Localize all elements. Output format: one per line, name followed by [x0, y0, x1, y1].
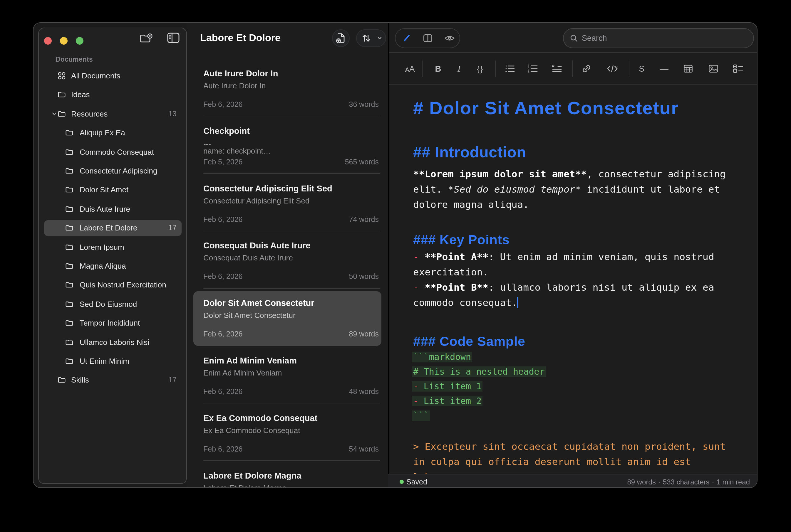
search-field[interactable]: Search [563, 28, 754, 48]
editor-line-h3: ### Code Sample [413, 336, 526, 349]
word-count: 89 words [627, 478, 656, 486]
saved-label: Saved [406, 478, 427, 486]
zoom-button[interactable] [75, 37, 83, 44]
item-count: 13 [168, 110, 177, 118]
note-date: Feb 5, 2026 [203, 158, 242, 166]
note-date: Feb 6, 2026 [203, 215, 242, 224]
sidebar-item-label: All Documents [71, 71, 121, 80]
note-title: Consequat Duis Aute Irure [203, 241, 311, 250]
sidebar-item-quis-nostrud-exercitation[interactable]: Quis Nostrud Exercitation [44, 277, 181, 293]
folder-icon [65, 205, 73, 213]
note-title: Dolor Sit Amet Consectetur [203, 298, 314, 308]
note-word-count: 48 words [349, 387, 379, 396]
note-preview: Dolor Sit Amet Consectetur [203, 311, 296, 320]
sidebar-item-resources[interactable]: Resources13 [44, 106, 181, 122]
editor-line-quote: laborum. [413, 472, 460, 474]
minimize-button[interactable] [60, 37, 67, 44]
new-document-icon [335, 32, 346, 44]
format-strikethrough-icon[interactable]: S [639, 63, 644, 74]
sidebar-item-label: Ut Enim Minim [80, 357, 129, 365]
sidebar-item-aliquip-ex-ea[interactable]: Aliquip Ex Ea [44, 125, 181, 140]
sidebar-item-labore-et-dolore[interactable]: Labore Et Dolore17 [44, 220, 181, 236]
note-preview: name: checkpoint… [203, 147, 271, 155]
document-stats: 89 words·533 characters·1 min read [627, 478, 750, 486]
sidebar-item-all-documents[interactable]: All Documents [44, 68, 181, 84]
format-image-icon[interactable] [709, 64, 718, 73]
sidebar-item-label: Magna Aliqua [80, 262, 126, 270]
sidebar-item-ullamco-laboris-nisi[interactable]: Ullamco Laboris Nisi [44, 334, 181, 350]
sidebar-item-consectetur-adipiscing[interactable]: Consectetur Adipiscing [44, 163, 181, 179]
sidebar-item-label: Sed Do Eiusmod [80, 300, 137, 308]
note-preview: Consequat Duis Aute Irure [203, 254, 293, 263]
editor-line-body: exercitation. [413, 266, 489, 278]
chevron-down-icon[interactable] [51, 111, 57, 117]
format-braces-icon[interactable]: {} [477, 63, 483, 74]
note-word-count: 36 words [349, 100, 379, 108]
note-list-title: Labore Et Dolore [200, 32, 281, 44]
text-cursor [517, 297, 518, 308]
note-word-count: 54 words [349, 445, 379, 453]
format-table-icon[interactable] [683, 64, 693, 73]
item-divider [203, 116, 380, 116]
item-divider [203, 231, 380, 231]
note-date: Feb 6, 2026 [203, 445, 242, 453]
editor-line-body: **Lorem ipsum dolor sit amet**, consecte… [413, 169, 726, 180]
grid-icon [57, 71, 66, 80]
new-document-button[interactable] [332, 30, 349, 47]
format-link-icon[interactable] [582, 64, 591, 74]
toolbar-separator [422, 60, 422, 77]
format-bullet-list-icon[interactable] [504, 64, 515, 73]
editor-content[interactable]: # Dolor Sit Amet Consectetur## Introduct… [388, 84, 757, 474]
sidebar-item-magna-aliqua[interactable]: Magna Aliqua [44, 258, 181, 274]
item-divider [203, 403, 380, 403]
sidebar-item-dolor-sit-amet[interactable]: Dolor Sit Amet [44, 182, 181, 198]
search-placeholder: Search [582, 34, 607, 42]
note-date: Feb 6, 2026 [203, 100, 242, 108]
format-toolbar: AABI{}123“S— [389, 53, 757, 84]
sort-button[interactable] [356, 30, 386, 47]
toggle-sidebar-icon[interactable] [167, 32, 181, 45]
sidebar-item-ideas[interactable]: Ideas [44, 87, 181, 103]
sidebar-item-ut-enim-minim[interactable]: Ut Enim Minim [44, 353, 181, 369]
folder-icon [57, 376, 66, 385]
format-blockquote-icon[interactable]: “ [552, 64, 562, 73]
split-mode-icon[interactable] [423, 34, 433, 42]
item-divider [203, 460, 380, 461]
editor-line-code: ``` [413, 410, 430, 422]
sidebar-item-label: Duis Aute Irure [80, 205, 130, 213]
editor-line-code: - List item 2 [413, 395, 483, 407]
sidebar-item-label: Commodo Consequat [80, 147, 154, 156]
edit-mode-icon[interactable] [402, 34, 411, 43]
format-text-size-icon[interactable]: AA [405, 63, 415, 74]
sort-icon [362, 34, 371, 43]
toolbar-separator [495, 60, 496, 77]
format-horizontal-rule-icon[interactable]: — [660, 63, 668, 74]
folder-icon [65, 281, 73, 289]
sidebar-item-commodo-consequat[interactable]: Commodo Consequat [44, 144, 181, 160]
sidebar-item-duis-aute-irure[interactable]: Duis Aute Irure [44, 201, 181, 217]
new-folder-icon[interactable] [139, 32, 153, 45]
sidebar-item-skills[interactable]: Skills17 [44, 372, 181, 388]
format-numbered-list-icon[interactable]: 123 [528, 64, 538, 73]
note-title: Consectetur Adipiscing Elit Sed [203, 184, 332, 193]
editor-toolbar: Search [389, 23, 757, 53]
sidebar-item-sed-do-eiusmod[interactable]: Sed Do Eiusmod [44, 296, 181, 312]
saved-indicator-dot [400, 480, 404, 484]
note-title: Checkpoint [203, 126, 250, 135]
preview-mode-icon[interactable] [444, 34, 455, 42]
sidebar-item-lorem-ipsum[interactable]: Lorem Ipsum [44, 239, 181, 255]
folder-icon [65, 300, 73, 308]
sidebar-item-tempor-incididunt[interactable]: Tempor Incididunt [44, 315, 181, 331]
editor-line-h2: ## Introduction [413, 146, 526, 160]
sidebar-item-label: Labore Et Dolore [80, 224, 137, 232]
item-divider [203, 288, 380, 288]
format-bold-icon[interactable]: B [435, 63, 441, 74]
sidebar-item-label: Ullamco Laboris Nisi [80, 338, 149, 346]
toolbar-separator [628, 60, 629, 77]
format-checklist-icon[interactable] [733, 64, 743, 73]
folder-icon [65, 147, 73, 156]
folder-icon [57, 91, 66, 99]
close-button[interactable] [44, 37, 51, 44]
format-italic-icon[interactable]: I [458, 63, 460, 74]
format-code-icon[interactable] [606, 65, 618, 73]
